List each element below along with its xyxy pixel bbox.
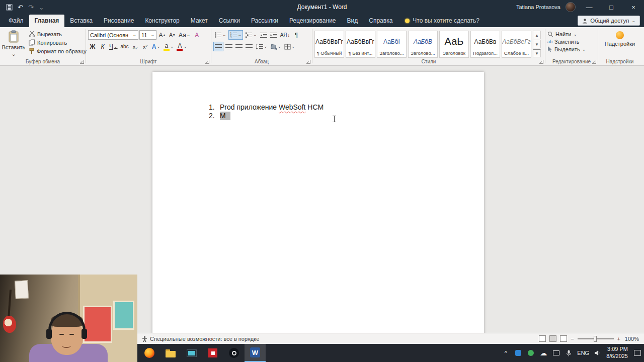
- tab-help[interactable]: Справка: [363, 15, 398, 27]
- justify-button[interactable]: [245, 42, 254, 51]
- tab-home[interactable]: Главная: [29, 15, 65, 27]
- tab-review[interactable]: Рецензирование: [284, 15, 342, 27]
- read-mode-button[interactable]: [539, 335, 546, 342]
- taskbar-file-explorer[interactable]: [160, 344, 181, 362]
- volume-icon[interactable]: [594, 349, 602, 357]
- borders-button[interactable]: ⌄: [283, 42, 296, 51]
- style-title[interactable]: АаЬ Заголовок: [439, 31, 469, 58]
- maximize-button[interactable]: □: [603, 0, 620, 14]
- copy-button[interactable]: Копировать: [27, 39, 88, 46]
- cut-button[interactable]: Вырезать: [27, 30, 88, 38]
- paste-button[interactable]: Вставить ⌄: [2, 29, 25, 57]
- styles-scroll-up-button[interactable]: ▴: [533, 31, 541, 39]
- document-page[interactable]: 1. Prod приложение WebSoft HCM 2. М: [152, 72, 484, 333]
- line-spacing-button[interactable]: ⌄: [255, 42, 269, 51]
- notification-center-icon[interactable]: [634, 350, 641, 356]
- tray-chevron-up-icon[interactable]: ^: [502, 349, 510, 357]
- bullets-button[interactable]: ⌄: [213, 30, 227, 40]
- format-painter-button[interactable]: Формат по образцу: [27, 47, 88, 55]
- align-right-button[interactable]: [234, 42, 244, 51]
- highlight-color-button[interactable]: а ⌄: [163, 42, 175, 51]
- clear-formatting-button[interactable]: А: [192, 30, 201, 40]
- align-center-button[interactable]: [224, 42, 233, 51]
- paragraph-dialog-launcher[interactable]: [306, 60, 310, 64]
- taskbar-clock[interactable]: 3:09 PM 8/6/2025: [606, 346, 628, 360]
- taskbar-obs[interactable]: [223, 344, 245, 362]
- style-normal[interactable]: АаБбВвГг ¶ Обычный: [314, 31, 344, 58]
- tab-insert[interactable]: Вставка: [64, 15, 98, 27]
- grow-font-button[interactable]: А▴: [157, 30, 167, 40]
- style-heading2[interactable]: АаБбВ Заголово...: [408, 31, 438, 58]
- undo-icon[interactable]: ↶: [18, 4, 23, 11]
- increase-indent-button[interactable]: [269, 30, 278, 40]
- print-layout-button[interactable]: [549, 335, 556, 342]
- font-dialog-launcher[interactable]: [205, 60, 209, 64]
- sort-button[interactable]: АЯ ↓: [279, 30, 291, 40]
- style-no-spacing[interactable]: АаБбВвГг ¶ Без инт...: [346, 31, 375, 58]
- display-icon[interactable]: [552, 349, 560, 357]
- microphone-icon[interactable]: [565, 349, 573, 357]
- style-heading1[interactable]: АаБбІ Заголово...: [377, 31, 407, 58]
- taskbar-monitor-app[interactable]: [181, 344, 202, 362]
- strikethrough-button[interactable]: abc: [120, 42, 130, 51]
- account-avatar[interactable]: [566, 2, 576, 12]
- styles-scroll-down-button[interactable]: ▾: [533, 40, 541, 48]
- tab-mailings[interactable]: Рассылки: [246, 15, 284, 27]
- tab-draw[interactable]: Рисование: [98, 15, 139, 27]
- tray-app-icon-green[interactable]: [527, 349, 535, 357]
- multilevel-list-button[interactable]: ⌄: [244, 30, 258, 40]
- web-layout-button[interactable]: [560, 335, 567, 342]
- taskbar-word[interactable]: W: [245, 344, 266, 362]
- style-subtitle[interactable]: АаБбВв Подзагол...: [470, 31, 500, 58]
- close-button[interactable]: ×: [625, 0, 642, 14]
- save-icon[interactable]: [6, 4, 13, 11]
- underline-button[interactable]: Ч⌄: [108, 42, 119, 51]
- styles-more-button[interactable]: ▾: [533, 49, 541, 57]
- change-case-button[interactable]: Аа⌄: [178, 30, 191, 40]
- font-name-combo[interactable]: Calibri (Основн ⌄: [88, 30, 138, 40]
- decrease-indent-button[interactable]: [259, 30, 268, 40]
- zoom-level[interactable]: 100%: [624, 336, 639, 342]
- addins-button[interactable]: Надстройки: [600, 29, 639, 49]
- minimize-button[interactable]: —: [581, 0, 598, 14]
- redo-icon[interactable]: ↷: [28, 4, 34, 11]
- styles-dialog-launcher[interactable]: [539, 60, 543, 64]
- tab-layout[interactable]: Макет: [185, 15, 213, 27]
- tab-file[interactable]: Файл: [3, 15, 29, 27]
- zoom-out-button[interactable]: −: [571, 336, 574, 342]
- select-button[interactable]: Выделить ⌄: [547, 46, 596, 52]
- italic-button[interactable]: К: [98, 42, 107, 51]
- onedrive-cloud-icon[interactable]: ☁: [539, 349, 547, 357]
- list-item-2[interactable]: 2. М: [209, 112, 230, 120]
- customize-quick-access-icon[interactable]: ⌄: [39, 4, 44, 11]
- share-button[interactable]: Общий доступ ⌄: [578, 16, 640, 26]
- style-subtle-emphasis[interactable]: АаБбВеГг Слабое в...: [502, 31, 531, 58]
- text-effects-button[interactable]: А ⌄: [151, 42, 162, 51]
- font-size-combo[interactable]: 11 ⌄: [139, 30, 156, 40]
- bold-button[interactable]: Ж: [88, 42, 97, 51]
- tab-view[interactable]: Вид: [342, 15, 364, 27]
- tray-app-icon-blue[interactable]: [514, 349, 522, 357]
- shading-button[interactable]: ⌄: [270, 42, 283, 51]
- zoom-slider[interactable]: [578, 338, 614, 339]
- tell-me-box[interactable]: Что вы хотите сделать?: [405, 17, 479, 27]
- tab-design[interactable]: Конструктор: [139, 15, 185, 27]
- subscript-button[interactable]: х₂: [131, 42, 140, 51]
- replace-button[interactable]: ab Заменить: [547, 39, 596, 45]
- list-item-1[interactable]: 1. Prod приложение WebSoft HCM: [209, 103, 324, 112]
- taskbar-red-app[interactable]: [202, 344, 223, 362]
- tab-references[interactable]: Ссылки: [213, 15, 246, 27]
- find-button[interactable]: Найти ⌄: [547, 31, 596, 37]
- editing-dialog-launcher[interactable]: [592, 60, 596, 64]
- clipboard-dialog-launcher[interactable]: [80, 60, 84, 64]
- numbering-button[interactable]: 123 ⌄: [228, 30, 244, 40]
- zoom-in-button[interactable]: +: [617, 336, 620, 342]
- show-marks-button[interactable]: ¶: [292, 30, 301, 40]
- align-left-button[interactable]: [213, 42, 223, 51]
- account-name[interactable]: Tatiana Protasova: [516, 4, 560, 10]
- language-indicator[interactable]: ENG: [577, 350, 589, 356]
- zoom-slider-thumb[interactable]: [594, 336, 597, 342]
- superscript-button[interactable]: х²: [141, 42, 150, 51]
- font-color-button[interactable]: А ⌄: [176, 42, 188, 51]
- shrink-font-button[interactable]: А▾: [168, 30, 177, 40]
